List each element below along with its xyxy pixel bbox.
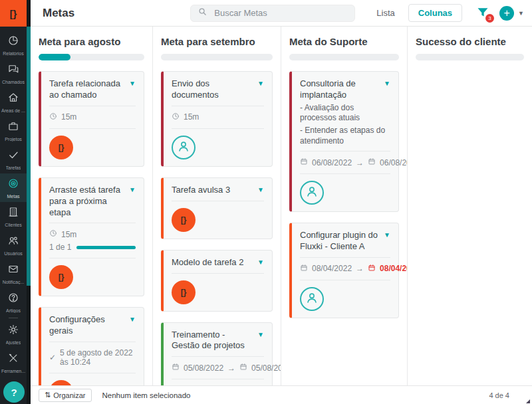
card-progress-bar: [76, 246, 136, 249]
chevron-down-icon[interactable]: ▼: [257, 80, 264, 87]
selection-status: Nenhum item selecionado: [102, 391, 191, 399]
sidebar-item-label: Áreas de ...: [1, 108, 25, 113]
search-input[interactable]: [213, 7, 348, 19]
card-divider: [300, 151, 390, 152]
chevron-down-icon[interactable]: ▼: [129, 80, 136, 87]
building-icon: [7, 206, 19, 221]
card-avatar-row: [}: [172, 278, 264, 304]
check-icon: ✓: [49, 353, 56, 362]
kanban-card[interactable]: Envio dos documentos▼15m: [161, 71, 273, 167]
sidebar-item-relatorios[interactable]: Relatórios: [0, 31, 27, 59]
sidebar-scroll-thumb[interactable]: [27, 27, 31, 286]
kanban-card[interactable]: Tarefa avulsa 3▼[}: [161, 177, 273, 239]
card-title-row: Configurações gerais▼: [49, 314, 136, 337]
column-1: Meta para agostoTarefa relacionada ao ch…: [31, 27, 153, 385]
calendar-icon: [239, 363, 247, 373]
card-completed-row: ✓5 de agosto de 2022 às 10:24: [49, 347, 136, 368]
card-title-row: Envio dos documentos▼: [172, 78, 264, 101]
card-start-date: 06/08/2022: [312, 158, 352, 167]
clock-icon: [49, 229, 57, 239]
sidebar-item-artigos[interactable]: Artigos: [0, 288, 27, 316]
card-avatar-row: [}: [49, 134, 136, 159]
kanban-card[interactable]: Tarefa relacionada ao chamado▼15m[}: [39, 71, 144, 167]
assignee-avatar: [172, 136, 196, 159]
calendar-icon: [368, 157, 376, 167]
kanban-card[interactable]: Configurações gerais▼✓5 de agosto de 202…: [39, 307, 144, 385]
assignee-avatar: [}: [49, 265, 73, 289]
tools-icon: [7, 352, 19, 367]
assignee-avatar: [300, 181, 324, 205]
view-columns-button[interactable]: Colunas: [408, 4, 462, 22]
card-title: Modelo de tarefa 2: [172, 257, 243, 268]
column-progress-fill: [39, 54, 70, 60]
resize-grip-icon[interactable]: [526, 399, 530, 403]
sidebar-item-label: Notificaç...: [3, 280, 25, 284]
sidebar-item-clientes[interactable]: Clientes: [0, 202, 27, 231]
app-logo[interactable]: [}: [0, 0, 27, 27]
sidebar-item-tarefas[interactable]: Tarefas: [0, 145, 27, 173]
card-divider: [300, 280, 390, 280]
sidebar-item-label: Usuários: [4, 251, 23, 256]
chevron-down-icon[interactable]: ▼: [129, 316, 136, 323]
filter-button[interactable]: 3: [475, 6, 491, 21]
sidebar-item-chamados[interactable]: Chamados: [0, 59, 27, 88]
help-button[interactable]: ?: [3, 381, 25, 403]
chevron-down-icon[interactable]: ▼: [384, 231, 390, 239]
search-box[interactable]: [190, 5, 355, 22]
target-icon: [7, 177, 19, 192]
card-divider: [300, 173, 390, 174]
view-list-button[interactable]: Lista: [372, 7, 398, 19]
column-title: Meta para agosto: [39, 36, 144, 47]
sidebar-item-ferramentas[interactable]: Ferramen...: [0, 348, 27, 377]
kanban-card[interactable]: Consultoria de implantação▼- Avaliação d…: [289, 71, 399, 212]
check-icon: [7, 149, 19, 163]
app-logo-glyph: [}: [10, 8, 17, 19]
card-time-value: 15m: [61, 230, 76, 239]
sidebar-divider: [9, 318, 18, 318]
add-button[interactable]: +: [499, 6, 514, 21]
sidebar-item-ajustes[interactable]: Ajustes: [0, 320, 27, 348]
card-start-date: 08/04/2022: [312, 264, 352, 273]
card-dates-row: 06/08/2022→06/08/2022: [300, 156, 390, 169]
kanban-card[interactable]: Treinamento - Gestão de projetos▼05/08/2…: [161, 322, 273, 385]
card-divider: [172, 201, 264, 201]
sidebar-item-projetos[interactable]: Projetos: [0, 116, 27, 145]
chevron-down-icon[interactable]: ▼: [518, 10, 524, 17]
chevron-down-icon[interactable]: ▼: [384, 80, 390, 87]
avatar-logo-glyph: [}: [59, 143, 65, 152]
assignee-avatar: [}: [49, 136, 73, 159]
kanban-card[interactable]: Configurar plugin do Fluxki - Cliente A▼…: [289, 223, 399, 318]
chevron-down-icon[interactable]: ▼: [257, 186, 264, 193]
organize-button[interactable]: ⇅ Organizar: [39, 389, 92, 402]
help-circle-icon: [7, 292, 19, 306]
sidebar-item-metas[interactable]: Metas: [0, 173, 27, 202]
card-time-value: 15m: [61, 112, 76, 122]
card-avatar-row: [}: [172, 206, 264, 232]
pagination-count[interactable]: 4 de 4: [489, 391, 509, 399]
column-3: Meta do SuporteConsultoria de implantaçã…: [281, 27, 408, 385]
card-title: Configurações gerais: [49, 314, 125, 337]
home-icon: [7, 92, 19, 106]
sidebar-item-usuarios[interactable]: Usuários: [0, 231, 27, 259]
gear-icon: [7, 324, 19, 338]
kanban-board: Meta para agostoTarefa relacionada ao ch…: [31, 27, 532, 385]
card-title: Consultoria de implantação: [300, 78, 380, 101]
kanban-card[interactable]: Arraste está tarefa para a próxima etapa…: [39, 177, 144, 297]
column-title: Meta para setembro: [161, 36, 273, 47]
sidebar-item-label: Metas: [7, 194, 19, 199]
chevron-down-icon[interactable]: ▼: [257, 331, 264, 338]
assignee-avatar: [}: [172, 208, 196, 232]
column-title: Sucesso do cliente: [416, 36, 524, 47]
column-title: Meta do Suporte: [289, 36, 399, 47]
page-title: Metas: [43, 7, 74, 20]
card-divider: [49, 128, 136, 129]
card-title-row: Tarefa relacionada ao chamado▼: [49, 78, 136, 101]
chevron-down-icon[interactable]: ▼: [257, 258, 264, 266]
sidebar-item-label: Clientes: [5, 223, 21, 227]
chevron-down-icon[interactable]: ▼: [129, 186, 136, 193]
search-icon: [198, 7, 207, 19]
sidebar-item-areas[interactable]: Áreas de ...: [0, 88, 27, 116]
kanban-card[interactable]: Modelo de tarefa 2▼[}: [161, 250, 273, 312]
card-title: Configurar plugin do Fluxki - Cliente A: [300, 230, 380, 252]
sidebar-item-notificacoes[interactable]: Notificaç...: [0, 259, 27, 288]
